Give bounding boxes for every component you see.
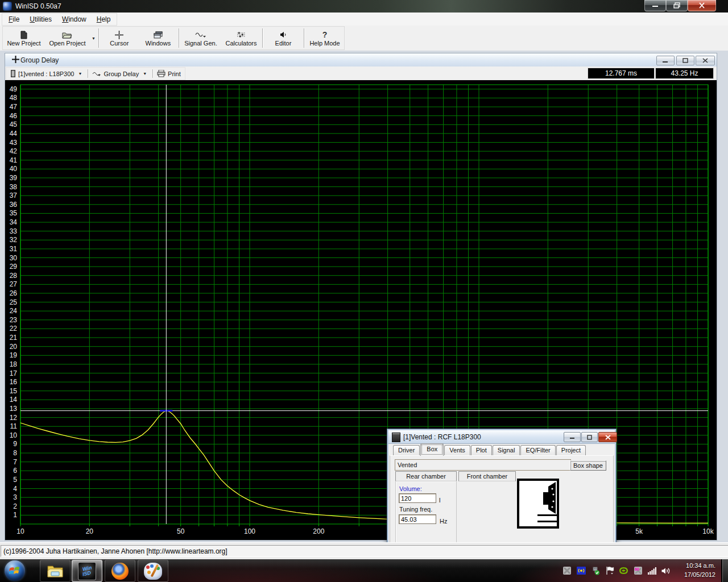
- svg-text:10k: 10k: [702, 527, 714, 535]
- editor-button[interactable]: Editor: [264, 27, 303, 49]
- start-button[interactable]: [5, 560, 25, 581]
- svg-text:28: 28: [10, 272, 18, 280]
- vented-window-titlebar[interactable]: [1]Vented : RCF L18P300: [388, 430, 615, 444]
- vented-restore-button[interactable]: [581, 432, 598, 442]
- tab-driver[interactable]: Driver: [393, 445, 420, 456]
- rear-chamber-tab[interactable]: Rear chamber: [395, 471, 457, 481]
- vented-minimize-button[interactable]: [564, 432, 581, 442]
- close-button[interactable]: [688, 0, 716, 11]
- svg-text:48: 48: [10, 94, 18, 102]
- svg-text:11: 11: [10, 422, 18, 430]
- help-question-icon: ?: [322, 30, 328, 40]
- calculators-icon: [236, 30, 246, 40]
- gd-restore-button[interactable]: [676, 56, 694, 65]
- tab-signal[interactable]: Signal: [493, 445, 520, 456]
- svg-text:27: 27: [10, 280, 18, 288]
- windows-label: Windows: [146, 40, 171, 47]
- system-tray: 60: [562, 559, 671, 582]
- gd-toolbar-separator: [88, 69, 88, 78]
- project-selector-dropdown[interactable]: [1]vented : L18P300 ▼: [7, 68, 86, 80]
- svg-text:5k: 5k: [635, 527, 643, 535]
- tuning-freq-input[interactable]: [399, 514, 436, 524]
- svg-text:34: 34: [10, 218, 18, 226]
- menu-file[interactable]: File: [3, 14, 24, 25]
- toolbar-separator: [304, 28, 304, 48]
- gd-close-button[interactable]: [696, 56, 715, 65]
- box-shape-button[interactable]: Box shape: [570, 460, 606, 471]
- taskbar-explorer[interactable]: [40, 560, 71, 582]
- inactive-app-tray-icon[interactable]: [562, 566, 572, 576]
- svg-text:33: 33: [10, 227, 18, 235]
- svg-text:6: 6: [13, 467, 17, 475]
- taskbar-winisd[interactable]: Win ISD: [72, 560, 102, 582]
- box-schematic: [517, 479, 559, 529]
- menu-band: File Utilities Window Help: [2, 13, 117, 26]
- signal-gen-button[interactable]: Signal Gen.: [180, 27, 221, 49]
- action-center-flag-tray-icon[interactable]: [605, 566, 614, 576]
- open-project-button[interactable]: Open Project: [45, 27, 90, 49]
- svg-text:22: 22: [10, 325, 18, 332]
- new-project-button[interactable]: New Project: [3, 27, 45, 49]
- wireless-broadcast-tray-icon[interactable]: [576, 566, 586, 576]
- signal-gen-label: Signal Gen.: [184, 40, 217, 47]
- cursor-label: Cursor: [110, 40, 129, 47]
- restore-button[interactable]: [666, 0, 688, 11]
- nvidia-tray-icon[interactable]: [619, 566, 628, 576]
- menu-utilities[interactable]: Utilities: [24, 14, 57, 25]
- help-mode-label: Help Mode: [309, 40, 340, 47]
- group-delay-toolbar: [1]vented : L18P300 ▼ Group Delay ▼ Prin…: [5, 66, 717, 81]
- cursor-button[interactable]: Cursor: [100, 27, 139, 49]
- tab-project[interactable]: Project: [556, 445, 586, 456]
- svg-text:26: 26: [10, 289, 18, 297]
- gd-minimize-button[interactable]: [656, 56, 675, 65]
- menu-window[interactable]: Window: [57, 14, 92, 25]
- tab-eq-filter[interactable]: EQ/Filter: [520, 445, 555, 456]
- tab-plot[interactable]: Plot: [471, 445, 492, 456]
- winisd-taskbar-icon: Win ISD: [78, 562, 96, 580]
- svg-text:30: 30: [10, 254, 18, 262]
- svg-text:7: 7: [13, 458, 17, 466]
- minimize-icon: [652, 3, 659, 9]
- svg-text:46: 46: [10, 112, 18, 120]
- open-project-label: Open Project: [49, 40, 85, 47]
- usb-safely-remove-tray-icon[interactable]: [590, 566, 600, 576]
- svg-text:42: 42: [10, 147, 18, 155]
- svg-text:13: 13: [10, 405, 18, 413]
- taskbar-firefox[interactable]: [105, 560, 135, 582]
- app-60-tray-icon[interactable]: 60: [633, 566, 643, 576]
- network-signal-tray-icon[interactable]: [647, 566, 657, 576]
- svg-text:12: 12: [10, 414, 18, 422]
- graph-selector-dropdown[interactable]: Group Delay ▼: [89, 68, 151, 80]
- help-mode-button[interactable]: ? Help Mode: [305, 27, 344, 49]
- calculators-button[interactable]: Calculators: [221, 27, 261, 49]
- show-desktop-button[interactable]: [721, 559, 728, 582]
- svg-text:1: 1: [13, 511, 17, 519]
- menu-help[interactable]: Help: [92, 14, 116, 25]
- svg-text:19: 19: [10, 351, 18, 359]
- front-chamber-tab[interactable]: Front chamber: [458, 471, 516, 481]
- tab-vents[interactable]: Vents: [444, 445, 470, 456]
- taskbar-paint[interactable]: [138, 560, 168, 582]
- windows-button[interactable]: Windows: [139, 27, 177, 49]
- svg-text:17: 17: [10, 369, 18, 377]
- svg-text:47: 47: [10, 103, 18, 111]
- window-title: WinISD 0.50a7: [15, 2, 61, 10]
- svg-text:45: 45: [10, 120, 18, 128]
- print-button[interactable]: Print: [154, 68, 184, 80]
- graph-selector-value: Group Delay: [104, 70, 139, 77]
- tab-box[interactable]: Box: [420, 443, 444, 456]
- group-delay-titlebar[interactable]: Group Delay: [5, 53, 717, 67]
- calculators-label: Calculators: [226, 40, 257, 47]
- svg-text:5: 5: [13, 476, 17, 484]
- open-project-dropdown-icon[interactable]: ▼: [90, 36, 97, 40]
- volume-input[interactable]: [399, 493, 436, 503]
- project-selector-value: [1]vented : L18P300: [18, 70, 74, 77]
- minimize-button[interactable]: [644, 0, 666, 11]
- taskbar-clock[interactable]: 10:34 a.m. 17/05/2012: [670, 561, 715, 579]
- vented-close-button[interactable]: [598, 432, 617, 442]
- project-selector-arrow-icon: ▼: [76, 72, 84, 76]
- box-type-dropdown[interactable]: Vented: [395, 459, 571, 471]
- svg-text:16: 16: [10, 378, 18, 386]
- svg-text:14: 14: [10, 396, 18, 404]
- menu-bar: File Utilities Window Help: [0, 13, 728, 26]
